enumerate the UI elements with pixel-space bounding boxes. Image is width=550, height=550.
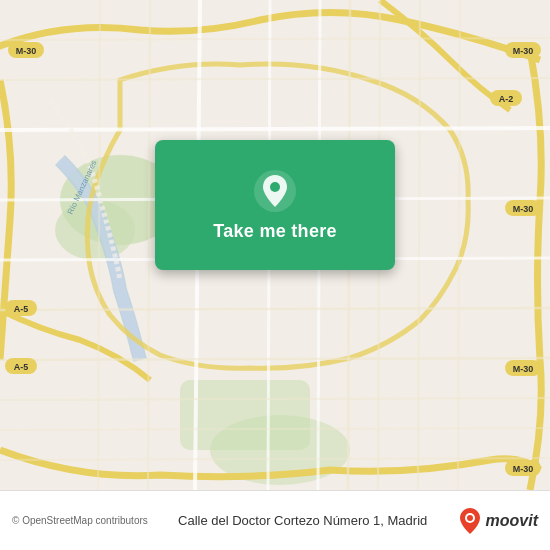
- map-attribution: © OpenStreetMap contributors: [12, 515, 148, 526]
- take-me-there-card[interactable]: Take me there: [155, 140, 395, 270]
- map-container: M-30 M-30 M-30 M-30 M-30 A-2 A-5 A-5 Río…: [0, 0, 550, 490]
- moovit-logo: moovit: [458, 507, 538, 535]
- svg-rect-4: [180, 380, 310, 450]
- moovit-brand-text: moovit: [486, 512, 538, 530]
- location-pin-icon: [253, 169, 297, 213]
- moovit-pin-icon: [458, 507, 482, 535]
- svg-line-14: [0, 128, 550, 130]
- address-label: Calle del Doctor Cortezo Número 1, Madri…: [158, 513, 448, 528]
- svg-text:M-30: M-30: [513, 204, 534, 214]
- bottom-bar: © OpenStreetMap contributors Calle del D…: [0, 490, 550, 550]
- svg-text:A-5: A-5: [14, 362, 29, 372]
- svg-point-44: [467, 515, 473, 521]
- svg-text:M-30: M-30: [16, 46, 37, 56]
- svg-point-42: [270, 182, 280, 192]
- svg-text:A-5: A-5: [14, 304, 29, 314]
- svg-text:M-30: M-30: [513, 364, 534, 374]
- svg-text:A-2: A-2: [499, 94, 514, 104]
- svg-text:M-30: M-30: [513, 464, 534, 474]
- svg-text:M-30: M-30: [513, 46, 534, 56]
- take-me-there-button[interactable]: Take me there: [213, 221, 337, 242]
